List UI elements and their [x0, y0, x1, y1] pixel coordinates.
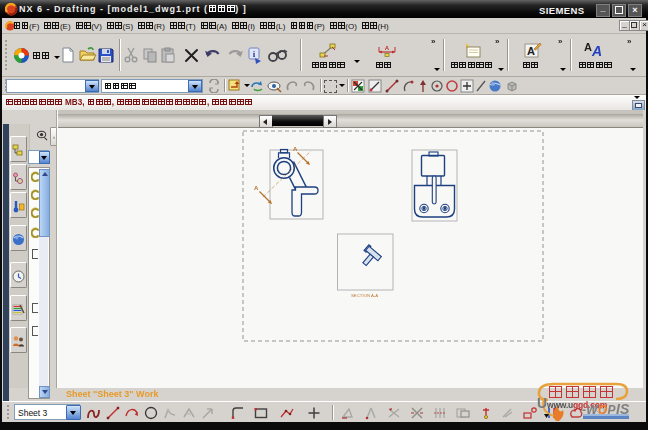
- svg-text:SECTION A-A: SECTION A-A: [351, 293, 378, 298]
- svg-text:A: A: [254, 185, 259, 191]
- svg-text:A: A: [385, 45, 390, 51]
- svg-text:A: A: [527, 45, 535, 57]
- svg-text:A: A: [293, 146, 298, 152]
